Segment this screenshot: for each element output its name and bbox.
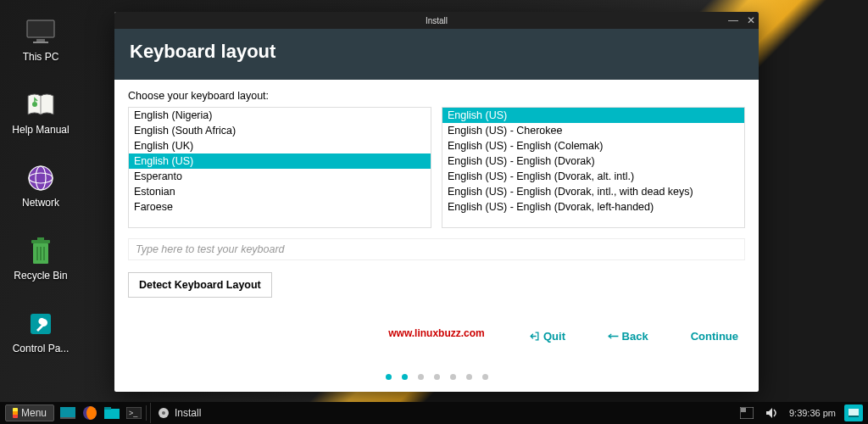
installer-window: Install ― ✕ Keyboard layout Choose your … [114,12,759,392]
svg-rect-29 [741,408,746,412]
list-item[interactable]: English (UK) [129,138,431,153]
book-icon [24,90,58,120]
desktop-icon-label: Network [22,197,59,209]
back-button[interactable]: 🡐 Back [608,330,648,343]
svg-rect-0 [27,20,54,37]
installer-heading: Keyboard layout [114,29,759,80]
desktop-icon-recycle-bin[interactable]: Recycle Bin [8,236,73,282]
exit-icon [529,331,540,342]
list-item[interactable]: English (US) [442,108,744,123]
svg-point-27 [162,411,165,415]
desktop-icon-label: Help Manual [12,124,69,136]
svg-rect-30 [849,409,859,416]
step-dot [434,374,440,380]
quit-button[interactable]: Quit [529,330,565,343]
list-item[interactable]: Esperanto [129,169,431,184]
step-dot [386,374,392,380]
svg-rect-1 [36,39,45,42]
list-item[interactable]: Faroese [129,199,431,215]
svg-rect-19 [60,407,75,417]
svg-text:>_: >_ [129,409,138,417]
svg-point-6 [32,102,37,107]
keyboard-test-input[interactable] [128,238,745,260]
svg-rect-13 [31,240,50,243]
layout-prompt: Choose your keyboard layout: [128,90,745,102]
taskbar-show-desktop[interactable] [59,404,76,421]
list-item[interactable]: English (US) - English (Colemak) [442,138,744,153]
start-menu-button[interactable]: Menu [5,404,54,421]
step-dot [466,374,472,380]
menu-logo-icon [13,408,18,418]
tray-volume-icon[interactable] [764,404,781,421]
taskbar-app-install[interactable]: Install [150,403,208,423]
list-item[interactable]: English (US) - Cherokee [442,123,744,138]
disc-small-icon [158,407,170,419]
svg-rect-20 [60,417,75,419]
step-dot [450,374,456,380]
window-titlebar[interactable]: Install ― ✕ [114,12,759,29]
monitor-icon [24,17,58,47]
tray-workspace-icon[interactable] [738,404,755,421]
list-item[interactable]: English (South Africa) [129,123,431,138]
taskbar-firefox[interactable] [81,404,98,421]
list-item[interactable]: English (Nigeria) [129,108,431,123]
svg-rect-22 [104,409,120,419]
list-item[interactable]: English (US) - English (Dvorak) [442,153,744,169]
svg-rect-23 [104,407,111,410]
desktop-icon-label: Recycle Bin [14,270,67,282]
keyboard-language-list[interactable]: English (Nigeria)English (South Africa)E… [128,107,431,228]
svg-rect-14 [37,237,44,240]
tray-clock[interactable]: 9:39:36 pm [789,408,836,418]
window-close-button[interactable]: ✕ [747,14,755,26]
tray-show-desktop-button[interactable] [844,404,863,421]
svg-rect-2 [33,42,48,43]
taskbar-terminal[interactable]: >_ [125,404,142,421]
list-item[interactable]: English (US) - English (Dvorak, left-han… [442,199,744,215]
step-dot [482,374,488,380]
list-item[interactable]: English (US) [129,153,431,169]
desktop-icon-label: Control Pa... [13,343,70,354]
continue-button[interactable]: Continue [691,330,738,343]
step-dot [402,374,408,380]
trash-icon [24,236,58,266]
step-indicator [114,374,759,380]
desktop-icon-label: This PC [23,51,59,63]
desktop-icon-help-manual[interactable]: Help Manual [8,90,73,136]
keyboard-variant-list[interactable]: English (US)English (US) - CherokeeEngli… [442,107,745,228]
globe-icon [24,163,58,193]
list-item[interactable]: English (US) - English (Dvorak, alt. int… [442,169,744,184]
list-item[interactable]: Estonian [129,184,431,199]
taskbar-files[interactable] [103,404,120,421]
window-minimize-button[interactable]: ― [728,14,738,26]
list-item[interactable]: English (US) - English (Dvorak, intl., w… [442,184,744,199]
svg-rect-31 [849,416,859,417]
step-dot [418,374,424,380]
wrench-icon [24,309,58,339]
desktop-icon-control-panel[interactable]: Control Pa... [8,309,73,354]
desktop-icon-this-pc[interactable]: This PC [8,17,73,63]
window-title: Install [426,16,448,25]
taskbar: Menu >_ Install 9:39:36 pm [0,402,868,424]
desktop-icon-network[interactable]: Network [8,163,73,209]
detect-keyboard-button[interactable]: Detect Keyboard Layout [128,272,272,298]
